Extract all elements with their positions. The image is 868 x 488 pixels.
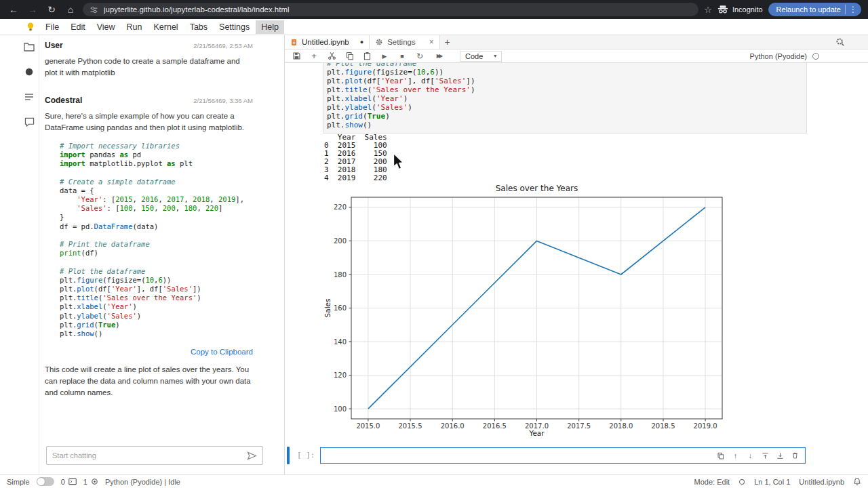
kernel-icon	[91, 478, 98, 485]
cell-prompt: [ ]:	[297, 451, 315, 460]
menu-run[interactable]: Run	[121, 20, 148, 34]
copy-to-clipboard-button[interactable]: Copy to Clipboard	[45, 348, 253, 356]
chat-input[interactable]	[47, 451, 241, 460]
unsaved-dot-icon[interactable]: ●	[360, 39, 363, 45]
new-tab-button[interactable]: +	[440, 35, 455, 49]
forward-icon[interactable]: →	[26, 0, 39, 19]
browser-chrome: ← → ↻ ⌂ jupyterlite.github.io/jupyterlab…	[0, 0, 868, 19]
insert-cell-below-icon[interactable]	[776, 451, 785, 460]
menu-tabs[interactable]: Tabs	[184, 20, 213, 34]
simple-mode-toggle[interactable]	[37, 477, 54, 486]
dock-tabbar: Untitled.ipynb ● Settings × +	[285, 35, 868, 49]
copy-icon[interactable]	[344, 52, 354, 61]
menu-view[interactable]: View	[92, 20, 121, 34]
home-icon[interactable]: ⌂	[64, 0, 77, 19]
move-cell-down-icon[interactable]: ↓	[746, 451, 755, 460]
status-bar: Simple 0 1 Python (Pyodide) | Idle Mode:…	[0, 474, 868, 488]
mode-icon	[738, 479, 745, 485]
svg-text:Sales over the Years: Sales over the Years	[496, 184, 578, 193]
menu-kernel[interactable]: Kernel	[149, 20, 184, 34]
kernel-status-text[interactable]: Python (Pyodide) | Idle	[105, 478, 180, 486]
running-kernels-icon[interactable]	[22, 66, 36, 78]
cell-editor-input[interactable]: ↑ ↓	[320, 447, 806, 464]
chat-code-block: # Import necessary librariesimport panda…	[60, 142, 253, 338]
message-timestamp: 2/21/56469, 3:36 AM	[193, 97, 253, 104]
message-text: Sure, here's a simple example of how you…	[45, 110, 253, 133]
chat-message-user: User 2/21/56469, 2:53 AM generate Python…	[45, 41, 253, 78]
send-icon[interactable]	[241, 451, 262, 460]
menu-file[interactable]: File	[40, 20, 64, 34]
chat-panel-icon[interactable]	[22, 116, 36, 128]
mode-indicator[interactable]: Mode: Edit	[694, 478, 730, 486]
svg-text:180: 180	[334, 271, 347, 279]
delete-cell-icon[interactable]	[791, 451, 800, 460]
message-author: User	[45, 41, 63, 50]
lightbulb-icon	[26, 22, 35, 32]
menu-help[interactable]: Help	[256, 20, 284, 34]
tab-settings[interactable]: Settings ×	[370, 35, 440, 49]
empty-code-cell[interactable]: [ ]: ↑ ↓	[285, 446, 811, 465]
close-icon[interactable]: ×	[429, 37, 434, 47]
chrome-menu-icon[interactable]: ⋮	[845, 5, 857, 14]
stop-icon[interactable]: ■	[397, 52, 407, 61]
duplicate-cell-icon[interactable]	[716, 451, 725, 460]
notebook-scroll-area[interactable]: # Plot the dataframeplt.figure(figsize=(…	[285, 63, 811, 474]
kernel-indicator[interactable]: Python (Pyodide)	[750, 52, 819, 60]
file-browser-icon[interactable]	[22, 41, 36, 53]
save-icon[interactable]	[292, 52, 301, 61]
svg-text:140: 140	[334, 338, 347, 346]
run-icon[interactable]: ▶	[380, 52, 389, 61]
mouse-cursor	[392, 152, 405, 171]
reload-icon[interactable]: ↻	[45, 0, 58, 19]
svg-text:2019.0: 2019.0	[694, 422, 717, 430]
tab-label: Untitled.ipynb	[302, 38, 349, 46]
notebook-icon	[290, 38, 298, 47]
cell-type-dropdown[interactable]: Code ▾	[460, 51, 502, 62]
relaunch-button[interactable]: Relaunch to update ⋮	[768, 3, 861, 16]
cell-type-value: Code	[465, 52, 483, 60]
menu-edit[interactable]: Edit	[65, 20, 91, 34]
left-sidebar-strip	[0, 35, 39, 474]
codestral-chat-panel: User 2/21/56469, 2:53 AM generate Python…	[39, 35, 285, 474]
kernel-name: Python (Pyodide)	[750, 52, 807, 60]
bookmark-star-icon[interactable]: ☆	[704, 5, 712, 15]
tab-untitled-notebook[interactable]: Untitled.ipynb ●	[285, 35, 370, 49]
svg-text:160: 160	[334, 304, 347, 312]
site-settings-icon[interactable]	[90, 5, 98, 14]
paste-icon[interactable]	[362, 52, 372, 61]
gear-icon	[375, 38, 383, 46]
restart-run-all-icon[interactable]: ▶▶	[433, 52, 445, 61]
jupyterlab-menubar: File Edit View Run Kernel Tabs Settings …	[0, 19, 868, 35]
cut-icon[interactable]	[327, 52, 336, 61]
svg-text:2018.0: 2018.0	[609, 422, 633, 430]
svg-text:2016.0: 2016.0	[441, 422, 465, 430]
url-bar[interactable]: jupyterlite.github.io/jupyterlab-codestr…	[83, 3, 698, 16]
relaunch-label: Relaunch to update	[776, 5, 841, 14]
svg-text:100: 100	[334, 405, 347, 413]
svg-text:Year: Year	[528, 429, 545, 437]
terminals-indicator[interactable]: 0	[61, 478, 77, 486]
notebook-toolbar: + ▶ ■ ↻ ▶▶ Code ▾ Python	[285, 49, 868, 63]
active-file-name[interactable]: Untitled.ipynb	[799, 478, 844, 486]
terminal-icon	[68, 478, 77, 485]
insert-cell-above-icon[interactable]	[761, 451, 770, 460]
move-cell-up-icon[interactable]: ↑	[731, 451, 740, 460]
chat-input-row	[46, 446, 263, 465]
browser-window: ← → ↻ ⌂ jupyterlite.github.io/jupyterlab…	[0, 0, 868, 488]
back-icon[interactable]: ←	[7, 0, 20, 19]
cursor-position[interactable]: Ln 1, Col 1	[754, 478, 790, 486]
terminals-count: 0	[61, 478, 65, 486]
chevron-down-icon: ▾	[494, 53, 496, 59]
chat-message-list: User 2/21/56469, 2:53 AM generate Python…	[39, 35, 284, 439]
menu-settings[interactable]: Settings	[214, 20, 255, 34]
restart-kernel-icon[interactable]: ↻	[415, 52, 425, 61]
active-cell-indicator	[287, 447, 290, 464]
code-cell-editor[interactable]: # Plot the dataframeplt.figure(figsize=(…	[323, 63, 807, 134]
insert-cell-icon[interactable]: +	[309, 52, 319, 61]
notifications-bell-icon[interactable]	[853, 477, 861, 486]
kernels-indicator[interactable]: 1	[83, 478, 98, 486]
table-of-contents-icon[interactable]	[22, 91, 36, 103]
svg-text:2015.5: 2015.5	[399, 422, 422, 430]
cell-output-text: Year Sales 0 2015 100 1 2016 150 2 2017 …	[324, 134, 387, 182]
property-inspector-icon[interactable]	[835, 35, 845, 49]
